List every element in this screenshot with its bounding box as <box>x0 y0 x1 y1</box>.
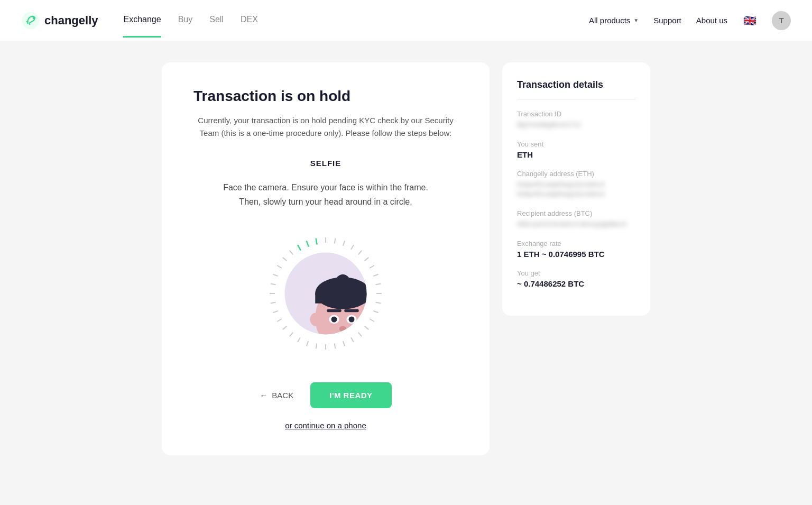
svg-line-5 <box>351 245 354 250</box>
nav-dex[interactable]: DEX <box>241 15 258 26</box>
svg-point-49 <box>331 317 337 323</box>
logo-text: changelly <box>44 14 98 27</box>
svg-line-13 <box>373 311 378 313</box>
nav-buy[interactable]: Buy <box>178 15 193 26</box>
svg-line-27 <box>273 311 278 313</box>
selfie-label: SELFIE <box>193 159 458 168</box>
ready-button[interactable]: I'M READY <box>310 382 391 408</box>
recipient-address-row: Recipient address (BTC) rB9cca1K3r1fcnb4… <box>517 209 635 229</box>
recipient-address-value: rB9cca1K3r1fcnb4rc4 bkrtcaydg4bkrc4 <box>517 219 635 229</box>
language-flag-icon[interactable]: 🇬🇧 <box>742 13 757 28</box>
you-sent-row: You sent ETH <box>517 140 635 159</box>
svg-line-31 <box>273 274 278 276</box>
svg-line-26 <box>277 319 282 322</box>
back-arrow-icon: ← <box>260 391 267 400</box>
svg-line-37 <box>316 238 317 245</box>
nav-sell[interactable]: Sell <box>209 15 224 26</box>
svg-line-23 <box>298 338 300 343</box>
svg-line-22 <box>307 342 308 346</box>
changelly-address-label: Changelly address (ETH) <box>517 170 635 178</box>
svg-line-17 <box>351 338 354 343</box>
svg-line-36 <box>307 241 309 247</box>
user-avatar[interactable]: T <box>772 11 791 30</box>
svg-line-9 <box>373 274 378 276</box>
you-sent-value: ETH <box>517 150 635 159</box>
you-get-value: ~ 0.74486252 BTC <box>517 279 635 288</box>
exchange-rate-value: 1 ETH ~ 0.0746995 BTC <box>517 250 635 259</box>
transaction-id-row: Transaction ID 8fg7rre4dkg6trc4r17c2 <box>517 110 635 130</box>
svg-line-19 <box>335 344 336 349</box>
you-sent-label: You sent <box>517 140 635 148</box>
svg-point-1 <box>33 16 35 19</box>
back-label: BACK <box>272 391 293 400</box>
all-products-label: All products <box>589 16 630 25</box>
svg-point-52 <box>339 326 347 332</box>
face-illustration <box>285 253 367 335</box>
svg-line-21 <box>316 344 317 349</box>
main-nav: Exchange Buy Sell DEX <box>123 15 588 26</box>
main-card: Transaction is on hold Currently, your t… <box>162 62 490 455</box>
svg-rect-47 <box>344 309 359 313</box>
page-title: Transaction is on hold <box>193 88 458 105</box>
changelly-address-row: Changelly address (ETH) 0x9ye4f1ca4p8Aeg… <box>517 170 635 199</box>
chevron-down-icon: ▼ <box>633 17 639 23</box>
all-products-button[interactable]: All products ▼ <box>589 16 639 25</box>
svg-line-4 <box>343 241 345 246</box>
phone-link[interactable]: or continue on a phone <box>193 421 458 430</box>
svg-point-51 <box>349 317 355 323</box>
svg-line-35 <box>298 245 301 251</box>
details-title: Transaction details <box>517 79 635 99</box>
recipient-address-label: Recipient address (BTC) <box>517 209 635 217</box>
svg-line-18 <box>343 342 345 346</box>
card-subtitle: Currently, your transaction is on hold p… <box>193 114 458 140</box>
logo[interactable]: changelly <box>21 11 98 30</box>
button-row: ← BACK I'M READY <box>193 382 458 408</box>
nav-exchange[interactable]: Exchange <box>123 15 161 38</box>
support-link[interactable]: Support <box>653 16 681 25</box>
changelly-address-value: 0x9ye4f1ca4p8Aeg1d1cnb4rc4 0x9ye4f1ca4p8… <box>517 180 635 199</box>
face-animation-area <box>193 230 458 357</box>
svg-point-0 <box>22 12 39 29</box>
svg-line-14 <box>370 319 374 322</box>
exchange-rate-row: Exchange rate 1 ETH ~ 0.0746995 BTC <box>517 240 635 259</box>
face-svg <box>285 253 367 335</box>
main-content: Transaction is on hold Currently, your t… <box>0 41 812 505</box>
transaction-id-value: 8fg7rre4dkg6trc4r17c2 <box>517 120 635 130</box>
face-ring <box>267 235 384 352</box>
svg-point-44 <box>310 313 320 326</box>
details-card: Transaction details Transaction ID 8fg7r… <box>502 62 650 316</box>
header-right: All products ▼ Support About us 🇬🇧 T <box>589 11 791 30</box>
back-button[interactable]: ← BACK <box>260 391 293 400</box>
exchange-rate-label: Exchange rate <box>517 240 635 247</box>
about-link[interactable]: About us <box>696 16 727 25</box>
you-get-label: You get <box>517 269 635 277</box>
svg-rect-46 <box>327 309 342 313</box>
you-get-row: You get ~ 0.74486252 BTC <box>517 269 635 288</box>
svg-line-30 <box>271 284 276 285</box>
svg-line-28 <box>271 302 276 304</box>
svg-line-3 <box>335 238 336 244</box>
selfie-description: Face the camera. Ensure your face is wit… <box>215 180 437 209</box>
svg-line-32 <box>277 265 282 268</box>
svg-point-43 <box>334 274 352 298</box>
transaction-id-label: Transaction ID <box>517 110 635 118</box>
svg-line-8 <box>370 265 374 268</box>
logo-icon <box>21 11 40 30</box>
svg-line-10 <box>376 284 381 285</box>
svg-line-12 <box>376 302 381 304</box>
